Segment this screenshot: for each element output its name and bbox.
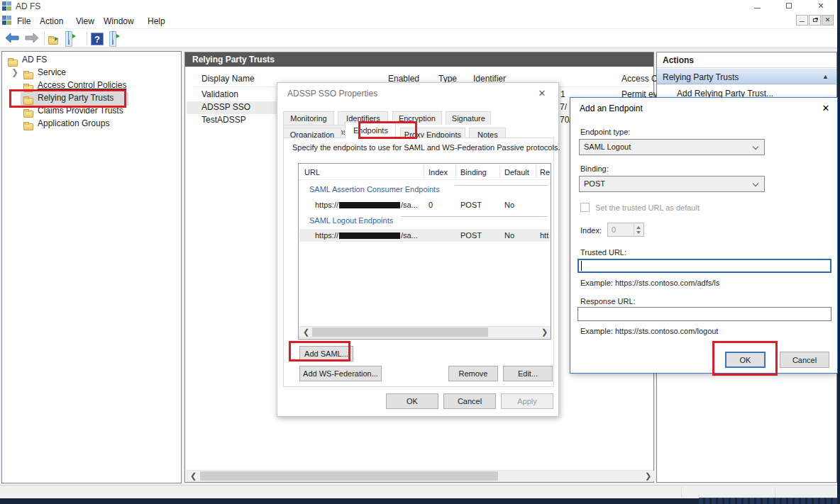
dialog-title: ADSSP SSO Properties [287, 89, 377, 99]
tree-item-service[interactable]: Service [38, 67, 66, 77]
index-label: Index: [580, 226, 602, 235]
new-window-icon[interactable] [109, 31, 116, 47]
ep-column-default[interactable]: Default [504, 168, 529, 177]
folder-icon [23, 94, 33, 107]
folder-icon [23, 120, 33, 133]
apply-button[interactable]: Apply [501, 393, 553, 409]
ep-column-url[interactable]: URL [304, 168, 320, 177]
logout-endpoint-url[interactable]: https:///sa... [315, 231, 418, 240]
response-url-input[interactable] [578, 307, 831, 321]
assertion-endpoint-url[interactable]: https:///sa... [315, 201, 418, 210]
close-icon[interactable]: ✕ [531, 88, 553, 99]
row-validation-identifier-fragment: 1 [560, 89, 565, 99]
add-saml-button[interactable]: Add SAML... [299, 346, 353, 362]
logout-endpoint-binding: POST [460, 231, 482, 240]
chevron-right-icon[interactable]: ❯ [11, 67, 18, 77]
endpoints-tab-page: Specify the endpoints to use for SAML an… [283, 138, 554, 387]
window-title: AD FS [16, 1, 40, 11]
ok-button[interactable]: OK [725, 352, 766, 368]
binding-select[interactable]: POST [579, 176, 765, 192]
edit-button[interactable]: Edit... [503, 366, 553, 381]
mdi-restore-button[interactable] [809, 15, 821, 26]
redacted-url [339, 233, 400, 239]
folder-icon [23, 69, 33, 82]
trusted-url-example: Example: https://sts.contoso.com/adfs/ls [580, 279, 719, 287]
tree-item-relying-party-trusts[interactable]: Relying Party Trusts [38, 93, 114, 103]
menu-file[interactable]: File [14, 15, 33, 28]
trusted-url-label: Trusted URL: [580, 248, 626, 257]
maximize-button[interactable] [778, 1, 800, 11]
list-horizontal-scrollbar[interactable]: ❮ ❯ [187, 470, 653, 482]
logout-endpoint-response-fragment: htt [540, 231, 548, 240]
menu-view[interactable]: View [73, 15, 97, 28]
menu-bar: File Action View Window Help ✕ [0, 13, 837, 29]
assertion-endpoint-index: 0 [429, 201, 433, 209]
tab-monitoring[interactable]: Monitoring [283, 111, 334, 125]
app-icon [2, 1, 12, 11]
redacted-url [339, 202, 400, 208]
mdi-window-controls: ✕ [796, 15, 836, 26]
endpoint-type-select[interactable]: SAML Logout [579, 139, 765, 155]
trusted-url-input[interactable] [578, 259, 831, 273]
index-stepper[interactable]: 0 [607, 223, 644, 237]
scroll-right-icon[interactable]: ❯ [538, 327, 551, 337]
cancel-button[interactable]: Cancel [780, 352, 829, 368]
tree-item-claims-provider-trusts[interactable]: Claims Provider Trusts [38, 106, 123, 116]
endpoint-type-label: Endpoint type: [580, 128, 630, 136]
chevron-down-icon [753, 144, 758, 150]
close-icon[interactable]: ✕ [815, 103, 836, 113]
remove-button[interactable]: Remove [448, 366, 498, 381]
binding-label: Binding: [580, 164, 609, 173]
menu-help[interactable]: Help [145, 15, 168, 28]
endpoints-list-scrollbar[interactable]: ❮ ❯ [299, 326, 550, 338]
forward-icon[interactable] [24, 33, 40, 48]
row-adssp-identifier-fragment: 7/ [560, 102, 567, 112]
column-display-name[interactable]: Display Name [201, 74, 255, 84]
set-default-checkbox[interactable] [580, 203, 590, 212]
add-ws-federation-button[interactable]: Add WS-Federation... [299, 366, 382, 381]
actions-header: Actions [663, 55, 694, 65]
show-console-tree-icon[interactable] [65, 31, 72, 47]
back-icon[interactable] [4, 33, 20, 48]
row-testadssp[interactable]: TestADSSP [201, 115, 246, 125]
scrollbar-thumb[interactable] [200, 471, 498, 481]
ep-column-index[interactable]: Index [429, 168, 448, 177]
mdi-minimize-button[interactable] [796, 15, 808, 26]
logout-endpoint-default: No [504, 231, 514, 240]
ep-column-response[interactable]: Re [540, 168, 550, 177]
assertion-endpoint-binding: POST [460, 201, 482, 209]
response-url-example: Example: https://sts.contoso.com/logout [580, 327, 718, 335]
close-button[interactable]: ✕ [810, 1, 831, 11]
tab-endpoints[interactable]: Endpoints [345, 122, 396, 138]
ok-button[interactable]: OK [386, 393, 438, 409]
tree-item-application-groups[interactable]: Application Groups [38, 118, 109, 128]
scroll-right-icon[interactable]: ❯ [642, 471, 654, 481]
set-default-label: Set the trusted URL as default [595, 203, 700, 212]
row-validation[interactable]: Validation [201, 89, 238, 99]
cancel-button[interactable]: Cancel [443, 393, 496, 409]
tab-signature[interactable]: Signature [446, 111, 491, 125]
scroll-left-icon[interactable]: ❮ [187, 471, 199, 481]
text-caret [581, 261, 582, 271]
scroll-left-icon[interactable]: ❮ [300, 327, 312, 337]
adssp-sso-properties-dialog: ADSSP SSO Properties ✕ Monitoring Identi… [277, 82, 559, 417]
tree-item-access-control-policies[interactable]: Access Control Policies [38, 80, 126, 90]
minimize-button[interactable] [746, 1, 768, 11]
collapse-section-icon[interactable]: ▲ [822, 73, 829, 80]
dialog-title: Add an Endpoint [580, 103, 643, 113]
menu-action[interactable]: Action [37, 15, 66, 28]
tree-item-adfs[interactable]: AD FS [22, 55, 47, 65]
watermark-redacted [699, 498, 837, 504]
export-list-icon[interactable] [48, 34, 58, 50]
ep-column-binding[interactable]: Binding [460, 168, 487, 177]
response-url-label: Response URL: [580, 297, 636, 306]
stepper-arrows[interactable] [634, 224, 643, 235]
status-bar [0, 485, 837, 498]
mdi-close-button[interactable]: ✕ [822, 15, 834, 26]
title-bar: AD FS ✕ [0, 0, 837, 13]
menu-window[interactable]: Window [101, 15, 137, 28]
row-adssp-sso[interactable]: ADSSP SSO [201, 102, 250, 112]
tab-encryption[interactable]: Encryption [392, 111, 442, 125]
actions-section-relying-party-trusts[interactable]: Relying Party Trusts ▲ [657, 69, 836, 84]
scrollbar-thumb[interactable] [312, 327, 488, 337]
